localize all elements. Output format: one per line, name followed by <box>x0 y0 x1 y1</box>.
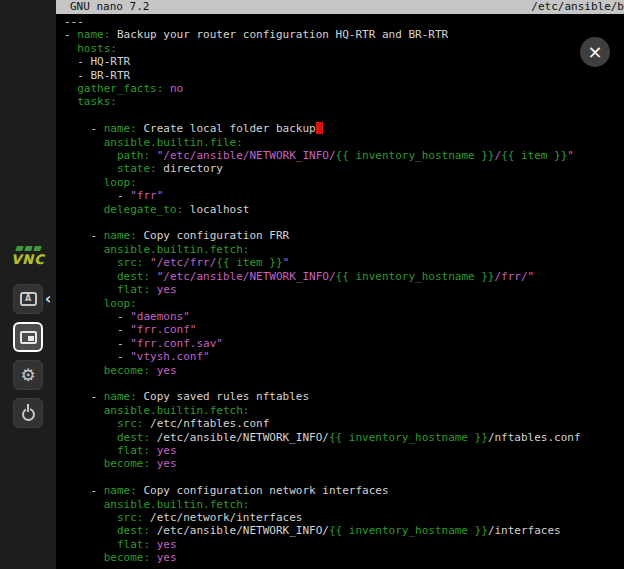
code-line <box>64 377 624 390</box>
terminal-code: ---- name: Backup your router configurat… <box>64 15 624 565</box>
keyboard-icon: A <box>20 292 37 306</box>
code-line: - HQ-RTR <box>64 55 624 68</box>
screen: VNC A ⚙ ‹ GNU nano 7.2 /etc/ansible/b <box>0 0 624 569</box>
novnc-logo-text: VNC <box>0 252 56 267</box>
code-line: flat: yes <box>64 538 624 551</box>
code-line: - name: Create local folder backup <box>64 122 624 135</box>
code-line: src: /etc/nftables.conf <box>64 417 624 430</box>
nano-titlebar: GNU nano 7.2 /etc/ansible/b <box>56 0 624 14</box>
code-line: state: directory <box>64 162 624 175</box>
control-bar-handle[interactable]: ‹ <box>42 288 54 310</box>
code-line: flat: yes <box>64 444 624 457</box>
code-line <box>64 109 624 122</box>
code-line: become: yes <box>64 457 624 470</box>
code-line: tasks: <box>64 95 624 108</box>
power-icon <box>22 408 35 421</box>
code-line: src: "/etc/frr/{{ item }}" <box>64 256 624 269</box>
code-line: gather_facts: no <box>64 82 624 95</box>
nano-file-path: /etc/ansible/b <box>531 0 624 14</box>
close-button[interactable]: × <box>580 37 610 67</box>
gear-icon: ⚙ <box>20 367 35 384</box>
code-line: src: /etc/network/interfaces <box>64 511 624 524</box>
code-line: - name: Copy configuration FRR <box>64 229 624 242</box>
code-line: - "frr.conf.sav" <box>64 337 624 350</box>
code-line: - name: Copy saved rules nftables <box>64 390 624 403</box>
code-line: flat: yes <box>64 283 624 296</box>
fullscreen-button[interactable] <box>13 322 43 352</box>
code-line <box>64 216 624 229</box>
code-line: - name: Copy configuration network inter… <box>64 484 624 497</box>
settings-button[interactable]: ⚙ <box>13 360 43 390</box>
code-line: - "frr.conf" <box>64 323 624 336</box>
code-line: ansible.builtin.fetch: <box>64 498 624 511</box>
code-line: - name: Backup your router configuration… <box>64 28 624 41</box>
text-cursor <box>316 122 323 134</box>
code-line: path: "/etc/ansible/NETWORK_INFO/{{ inve… <box>64 149 624 162</box>
code-line: become: yes <box>64 551 624 564</box>
code-line: loop: <box>64 176 624 189</box>
terminal[interactable]: ---- name: Backup your router configurat… <box>56 14 624 569</box>
code-line: dest: /etc/ansible/NETWORK_INFO/{{ inven… <box>64 431 624 444</box>
keyboard-button[interactable]: A <box>13 284 43 314</box>
novnc-logo-marks <box>0 246 56 251</box>
code-line: - "frr" <box>64 189 624 202</box>
code-line <box>64 471 624 484</box>
code-line: loop: <box>64 297 624 310</box>
novnc-logo: VNC <box>0 246 56 267</box>
power-button[interactable] <box>13 398 43 428</box>
fullscreen-icon <box>20 331 37 344</box>
vnc-sidebar: VNC A ⚙ ‹ <box>0 0 56 569</box>
code-line: hosts: <box>64 42 624 55</box>
code-line: dest: "/etc/ansible/NETWORK_INFO/{{ inve… <box>64 270 624 283</box>
code-line: dest: /etc/ansible/NETWORK_INFO/{{ inven… <box>64 524 624 537</box>
keyboard-icon-letter: A <box>25 295 31 303</box>
nano-app-title: GNU nano 7.2 <box>70 0 149 14</box>
code-line: --- <box>64 15 624 28</box>
code-line: ansible.builtin.fetch: <box>64 404 624 417</box>
code-line: become: yes <box>64 364 624 377</box>
close-icon: × <box>587 43 602 61</box>
code-line: - BR-RTR <box>64 69 624 82</box>
code-line: - "vtysh.conf" <box>64 350 624 363</box>
code-line: ansible.builtin.fetch: <box>64 243 624 256</box>
code-line: delegate_to: localhost <box>64 203 624 216</box>
code-line: - "daemons" <box>64 310 624 323</box>
code-line: ansible.builtin.file: <box>64 136 624 149</box>
